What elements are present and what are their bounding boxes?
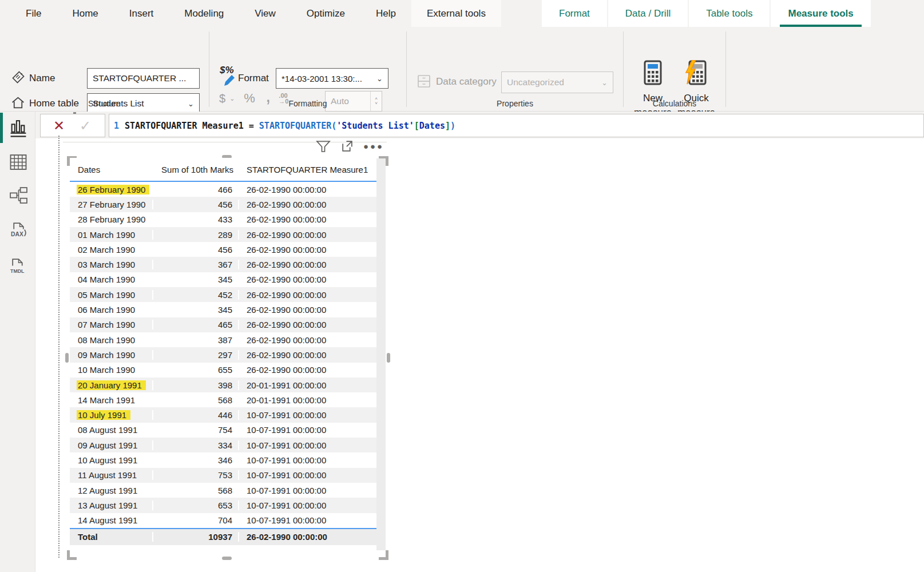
formula-actions: ✕ ✓ [40, 114, 105, 137]
dax-column-name: Dates [419, 121, 445, 131]
data-category-value: Uncategorized [507, 77, 564, 88]
menu-bar: File Home Insert Modeling View Optimize … [0, 0, 924, 27]
date-cell: 07 March 1990 [70, 320, 153, 329]
dax-query-view-icon: DAX [10, 222, 27, 240]
name-label: Name [29, 73, 55, 84]
quick-measure-button[interactable]: Quick measure [671, 60, 722, 120]
measure-cell: 26-02-1990 00:00:00 [239, 305, 376, 315]
measure-name-input[interactable]: STARTOFQUARTER ... [87, 68, 200, 89]
tab-measure-tools[interactable]: Measure tools [771, 0, 870, 27]
table-row: 10 July 199144610-07-1991 00:00:00 [70, 407, 376, 422]
table-row: 26 February 199046626-02-1990 00:00:00 [70, 182, 376, 197]
tab-table-tools[interactable]: Table tools [689, 0, 770, 27]
table-view-icon [10, 154, 27, 170]
tab-data-drill[interactable]: Data / Drill [608, 0, 688, 27]
table-row: 08 August 199175410-07-1991 00:00:00 [70, 423, 376, 438]
marks-cell: 297 [153, 350, 239, 360]
group-divider [406, 31, 407, 107]
tab-home[interactable]: Home [57, 0, 113, 27]
column-header-marks[interactable]: Sum of 10th Marks [153, 165, 239, 174]
dax-assignment: STARTOFQUARTER Measure1 = [125, 121, 259, 131]
table-row: 05 March 199045226-02-1990 00:00:00 [70, 287, 376, 302]
measure-cell: 26-02-1990 00:00:00 [239, 260, 376, 269]
table-row: 04 March 199034526-02-1990 00:00:00 [70, 272, 376, 287]
tab-view[interactable]: View [239, 0, 291, 27]
tab-optimize[interactable]: Optimize [291, 0, 360, 27]
selection-edge-handle[interactable] [387, 353, 390, 363]
marks-cell: 289 [153, 230, 239, 240]
date-cell: 27 February 1990 [70, 200, 153, 209]
model-view-button[interactable] [9, 186, 27, 204]
table-row: 14 March 199156820-01-1991 00:00:00 [70, 392, 376, 407]
measure-cell: 26-02-1990 00:00:00 [239, 365, 376, 375]
thousands-separator-button[interactable]: , [265, 92, 271, 98]
tab-format[interactable]: Format [542, 0, 607, 27]
group-divider [725, 31, 726, 107]
main-menu-tabs: File Home Insert Modeling View Optimize … [10, 0, 501, 27]
more-options-icon[interactable]: ●●● [363, 141, 384, 151]
measure-cell: 10-07-1991 00:00:00 [239, 500, 376, 510]
column-header-measure[interactable]: STARTOFQUARTER Measure1 [239, 165, 376, 174]
table-row: 02 March 199045626-02-1990 00:00:00 [70, 242, 376, 257]
marks-cell: 346 [153, 455, 239, 465]
marks-cell: 446 [153, 410, 239, 420]
tab-external-tools[interactable]: External tools [411, 0, 501, 27]
table-total-row: Total 10937 26-02-1990 00:00:00 [70, 528, 376, 545]
date-cell: 10 March 1990 [70, 365, 153, 375]
report-view-button[interactable] [9, 119, 27, 137]
measure-cell: 26-02-1990 00:00:00 [239, 214, 376, 224]
date-cell: 01 March 1990 [70, 230, 153, 240]
date-cell: 08 August 1991 [70, 425, 153, 435]
marks-cell: 704 [153, 515, 239, 525]
dax-table-ref: 'Students List' [336, 121, 414, 131]
measure-cell: 10-07-1991 00:00:00 [239, 515, 376, 525]
selection-edge-handle[interactable] [222, 557, 232, 560]
chevron-down-icon: ⌄ [376, 74, 383, 83]
dax-formula-input[interactable]: 1 STARTOFQUARTER Measure1 = STARTOFQUART… [109, 114, 924, 137]
marks-cell: 452 [153, 290, 239, 300]
marks-cell: 334 [153, 440, 239, 450]
formula-bar: ✕ ✓ 1 STARTOFQUARTER Measure1 = STARTOFQ… [35, 112, 924, 138]
date-cell: 09 March 1990 [70, 350, 153, 360]
marks-cell: 398 [153, 380, 239, 390]
table-view-button[interactable] [9, 153, 27, 171]
tab-file[interactable]: File [10, 0, 57, 27]
selection-corner-handle[interactable] [379, 550, 388, 560]
selection-edge-handle[interactable] [65, 353, 69, 363]
focus-mode-icon[interactable] [340, 139, 354, 153]
tmdl-view-button[interactable]: TMDL [9, 257, 27, 276]
column-header-dates[interactable]: Dates [70, 165, 153, 174]
highlighted-date: 20 January 1991 [77, 380, 146, 390]
marks-cell: 387 [153, 335, 239, 345]
table-visual[interactable]: Dates Sum of 10th Marks STARTOFQUARTER M… [70, 158, 376, 545]
dax-query-view-button[interactable]: DAX [9, 221, 27, 240]
highlighted-date: 26 February 1990 [77, 185, 149, 194]
commit-formula-icon[interactable]: ✓ [80, 118, 91, 134]
data-category-label: Data category [436, 76, 497, 88]
measure-cell: 10-07-1991 00:00:00 [239, 470, 376, 480]
selection-corner-handle[interactable] [67, 550, 77, 560]
measure-cell: 26-02-1990 00:00:00 [239, 290, 376, 300]
dax-close-bracket: ] [445, 121, 450, 131]
line-number: 1 [109, 121, 125, 131]
ribbon: Name STARTOFQUARTER ... Home table Stude… [0, 27, 924, 112]
table-scrollbar[interactable] [376, 158, 386, 550]
contextual-menu-tabs: Format Data / Drill Table tools Measure … [542, 0, 871, 27]
filter-icon[interactable] [316, 138, 331, 153]
marks-cell: 466 [153, 185, 239, 194]
tab-modeling[interactable]: Modeling [169, 0, 239, 27]
marks-cell: 456 [153, 200, 239, 209]
table-row: 14 August 199170410-07-1991 00:00:00 [70, 513, 376, 528]
tab-help[interactable]: Help [360, 0, 411, 27]
marks-cell: 465 [153, 320, 239, 329]
marks-cell: 345 [153, 305, 239, 315]
measure-cell: 26-02-1990 00:00:00 [239, 200, 376, 209]
dax-close-paren: ) [450, 121, 455, 131]
formatting-group-label: Formatting [209, 99, 406, 108]
format-select[interactable]: *14-03-2001 13:30:... ⌄ [276, 68, 388, 89]
group-divider [209, 31, 209, 107]
tab-insert[interactable]: Insert [114, 0, 169, 27]
properties-group-label: Properties [407, 99, 623, 108]
measure-cell: 20-01-1991 00:00:00 [239, 380, 376, 390]
cancel-formula-icon[interactable]: ✕ [53, 118, 65, 134]
